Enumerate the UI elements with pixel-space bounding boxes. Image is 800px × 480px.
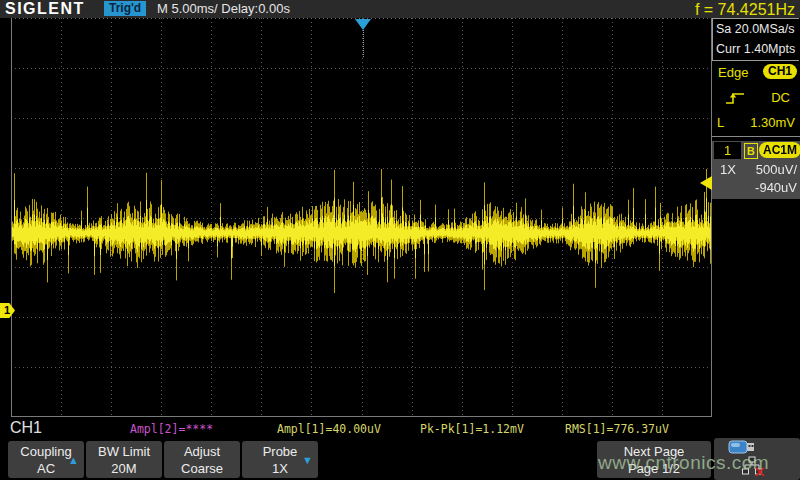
rising-edge-icon bbox=[724, 89, 746, 110]
coupling-button[interactable]: Coupling AC ▲ bbox=[8, 441, 84, 478]
up-arrow-icon: ▲ bbox=[68, 454, 79, 466]
trigger-position-line bbox=[363, 30, 364, 57]
oscilloscope-screen: SIGLENT Trig'd M 5.00ms/ Delay:0.00s f =… bbox=[0, 0, 800, 480]
bw-limit-button[interactable]: BW Limit 20M bbox=[86, 441, 162, 478]
trigger-status-badge: Trig'd bbox=[104, 1, 146, 16]
trigger-level-label: L bbox=[717, 115, 724, 130]
header-bar: SIGLENT Trig'd M 5.00ms/ Delay:0.00s f =… bbox=[0, 0, 800, 18]
brand-logo: SIGLENT bbox=[5, 0, 85, 18]
probe-attenuation: 1X bbox=[720, 162, 736, 177]
adjust-button[interactable]: Adjust Coarse bbox=[164, 441, 240, 478]
trigger-level-marker[interactable] bbox=[700, 176, 712, 190]
trigger-coupling: DC bbox=[771, 90, 790, 105]
measure-ampl2: Ampl[2]=**** bbox=[130, 422, 213, 436]
trigger-type: Edge bbox=[718, 65, 748, 80]
memory-depth: Curr 1.40Mpts bbox=[713, 39, 799, 59]
probe-button[interactable]: Probe 1X ▼ bbox=[242, 441, 318, 478]
waveform-display bbox=[11, 18, 712, 417]
timebase-readout[interactable]: M 5.00ms/ Delay:0.00s bbox=[157, 0, 290, 18]
watermark: www.cntronics.com bbox=[598, 452, 769, 474]
channel-number: 1 bbox=[714, 142, 741, 159]
bw-limit-button-label: BW Limit bbox=[86, 442, 162, 461]
adjust-button-value: Coarse bbox=[164, 461, 240, 477]
sample-rate: Sa 20.0MSa/s bbox=[713, 19, 799, 39]
frequency-counter: f = 74.4251Hz bbox=[695, 0, 795, 19]
measure-rms1: RMS[1]=776.37uV bbox=[565, 422, 669, 436]
trigger-position-marker[interactable] bbox=[355, 19, 371, 30]
adjust-button-label: Adjust bbox=[164, 442, 240, 461]
volts-per-div: 500uV/ bbox=[756, 162, 797, 177]
channel-offset: -940uV bbox=[755, 180, 797, 195]
channel-coupling-badge: AC1M bbox=[759, 142, 800, 158]
trigger-source-badge: CH1 bbox=[763, 64, 797, 79]
trigger-level-value: 1.30mV bbox=[750, 115, 795, 130]
down-arrow-icon: ▼ bbox=[302, 454, 313, 466]
measure-ampl1: Ampl[1]=40.00uV bbox=[277, 422, 381, 436]
bandwidth-badge: B bbox=[744, 143, 758, 159]
acquisition-panel[interactable]: Sa 20.0MSa/s Curr 1.40Mpts bbox=[712, 18, 799, 61]
bw-limit-button-value: 20M bbox=[86, 461, 162, 477]
measure-pkpk1: Pk-Pk[1]=1.12mV bbox=[420, 422, 524, 436]
measure-channel-label: CH1 bbox=[10, 419, 42, 437]
trigger-panel[interactable]: Edge CH1 DC L 1.30mV bbox=[712, 61, 800, 137]
channel1-panel[interactable]: 1 B AC1M 1X 500uV/ -940uV bbox=[712, 141, 800, 199]
